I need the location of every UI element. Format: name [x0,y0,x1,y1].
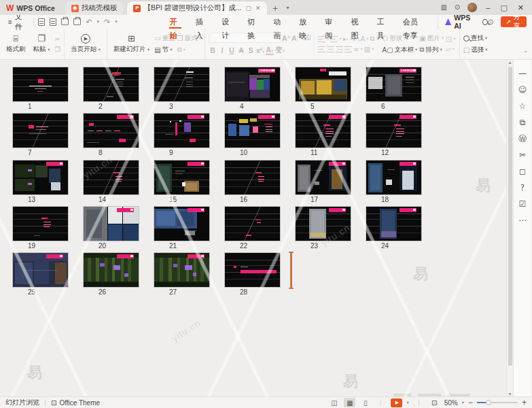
undo-dropdown-icon[interactable]: ▾ [96,19,99,24]
superscript-button[interactable]: x²▾ [256,46,264,54]
new-tab-button[interactable]: ＋ [267,1,284,15]
menubar-tab-视图[interactable]: 视图 [343,15,369,29]
layout-switch-icon[interactable]: ▥ [440,4,446,11]
tasks-icon[interactable]: ☑ [516,196,529,212]
undo-icon[interactable]: ↶ [86,18,92,26]
vertical-scrollbar[interactable]: ▲ ▼ [506,60,513,396]
tab-close-icon[interactable]: ✕ [255,5,261,12]
format-painter-button[interactable]: ⌸ 格式刷 [3,33,29,54]
slide-size-button[interactable]: ⧉▾ [177,46,201,54]
tab-wps-home[interactable]: W WPS Office [0,1,61,15]
zoom-in-button[interactable]: + [522,398,527,407]
resources-icon[interactable]: Ⓦ [516,131,529,147]
menubar-tab-工具[interactable]: 工具 [370,15,395,29]
slide-thumbnail-10[interactable] [225,114,280,148]
slide-thumbnail-3[interactable] [154,67,209,101]
slide-thumbnail-4[interactable]: CHENGDU [225,67,280,101]
slide-thumbnail-15[interactable] [154,160,209,194]
zoom-slider-knob[interactable] [486,400,491,405]
object-button[interactable]: ▱▾ [446,46,456,53]
slide-thumbnail-9[interactable] [154,114,209,148]
slide-sorter-view-button[interactable]: ▦ [344,398,355,407]
find-button[interactable]: 查找▾ [463,34,488,43]
beautify-icon[interactable]: ✂ [516,147,529,163]
font-family-dropdown[interactable] [209,33,253,43]
scroll-down-icon[interactable]: ▼ [507,392,513,396]
menubar-tab-插入[interactable]: 插入 [188,15,214,29]
bold-button[interactable]: B [209,46,217,54]
fit-slide-button[interactable]: ⊡ [429,398,440,407]
copy-icon[interactable]: ❐ [54,46,60,53]
zoom-slider[interactable] [477,402,518,403]
collapse-panel-icon[interactable]: — [516,65,529,82]
slide-thumbnail-8[interactable] [84,114,139,148]
strikethrough-button[interactable]: A [237,46,245,54]
tab-document-1[interactable]: ◆ 找稿壳模板 [65,1,124,15]
slide-thumbnail-22[interactable] [225,207,280,241]
play-from-current-button[interactable]: ▶ 当页开始 ▾ [68,33,103,54]
slide-library-icon[interactable]: ⧉ [516,114,529,131]
decrease-indent-icon[interactable]: ⇤ [343,35,349,43]
slide-thumbnail-23[interactable] [296,207,351,241]
share-button[interactable]: ↗ 分享 [501,16,527,27]
slide-thumbnail-26[interactable] [84,253,139,287]
menubar-tab-动画[interactable]: 动画 [266,15,291,29]
decrease-font-icon[interactable]: A⁻ [291,34,300,42]
export-icon[interactable] [50,18,56,26]
profile-icon[interactable]: ☺ [516,82,529,98]
avatar[interactable] [467,3,477,12]
slide-thumbnail-24[interactable] [366,207,421,241]
cut-icon[interactable]: ✂ [54,35,60,43]
slide-thumbnail-7[interactable] [13,114,68,148]
align-left-icon[interactable] [318,46,325,52]
align-right-icon[interactable] [336,46,343,52]
scroll-up-icon[interactable]: ▲ [507,60,513,65]
slide-thumbnail-12[interactable] [366,114,421,148]
menubar-tab-开始[interactable]: 开始 [162,15,188,29]
slide-thumbnail-2[interactable] [84,67,139,101]
arrange-button[interactable]: ⧉ 排列▾ [419,46,444,54]
print-preview-icon[interactable] [73,18,81,25]
media-button[interactable]: ◳▾ [446,35,456,43]
slide-thumbnail-28[interactable] [225,253,280,287]
slide-thumbnail-21[interactable] [154,207,209,241]
slideshow-play-button[interactable]: ▶ [391,398,402,407]
favorites-icon[interactable]: ☆ [516,98,529,114]
slide-thumbnail-14[interactable] [84,160,139,194]
screenshot-icon[interactable]: ◻ [516,163,529,180]
highlight-button[interactable]: 变▾ [275,46,283,55]
theme-indicator[interactable]: ⊡ Office Theme [51,399,100,407]
slide-thumbnail-17[interactable] [296,160,351,194]
slideshow-dropdown-icon[interactable]: ▾ [406,401,408,405]
zoom-level[interactable]: 50% [444,399,458,407]
tab-document-2-active[interactable]: P 【BPI 碧谱照明设计公司】成... ▢ ✕ [127,1,266,15]
align-center-icon[interactable] [327,46,334,52]
search-icon[interactable] [482,19,488,25]
save-icon[interactable] [38,18,45,26]
increase-font-icon[interactable]: A⁺ [282,34,290,42]
reading-view-button[interactable]: ▯ [359,398,371,407]
insertion-cursor[interactable] [290,252,292,288]
help-icon[interactable]: ? [516,180,529,196]
menubar-tab-审阅[interactable]: 审阅 [317,15,343,29]
picture-button[interactable]: ▣ 图片▾ [419,34,444,43]
shadow-button[interactable]: S [247,46,255,54]
slide-thumbnail-27[interactable] [154,253,209,287]
justify-icon[interactable] [344,46,352,52]
slide-thumbnail-20[interactable] [84,207,139,241]
collapse-ribbon-icon[interactable]: ⌃ [523,50,528,56]
customize-toolbar-icon[interactable]: ▾ [115,19,118,24]
slide-thumbnail-13[interactable] [13,160,68,194]
textbox-button[interactable]: A▢ 文本框▾ [382,46,417,54]
settings-icon[interactable]: ⊙ [455,4,460,11]
maximize-button[interactable]: ▢ [499,4,508,12]
minimize-button[interactable]: – [484,4,491,12]
zoom-out-button[interactable]: − [468,398,473,407]
underline-button[interactable]: U [228,46,236,54]
slide-thumbnail-6[interactable]: CHENGDU [366,67,421,101]
slide-thumbnail-1[interactable] [13,67,68,101]
wps-ai-button[interactable]: WPS AI [438,14,476,30]
slide-thumbnail-16[interactable] [225,160,280,194]
redo-icon[interactable]: ↷ [104,18,110,26]
menubar-tab-设计[interactable]: 设计 [214,15,240,29]
